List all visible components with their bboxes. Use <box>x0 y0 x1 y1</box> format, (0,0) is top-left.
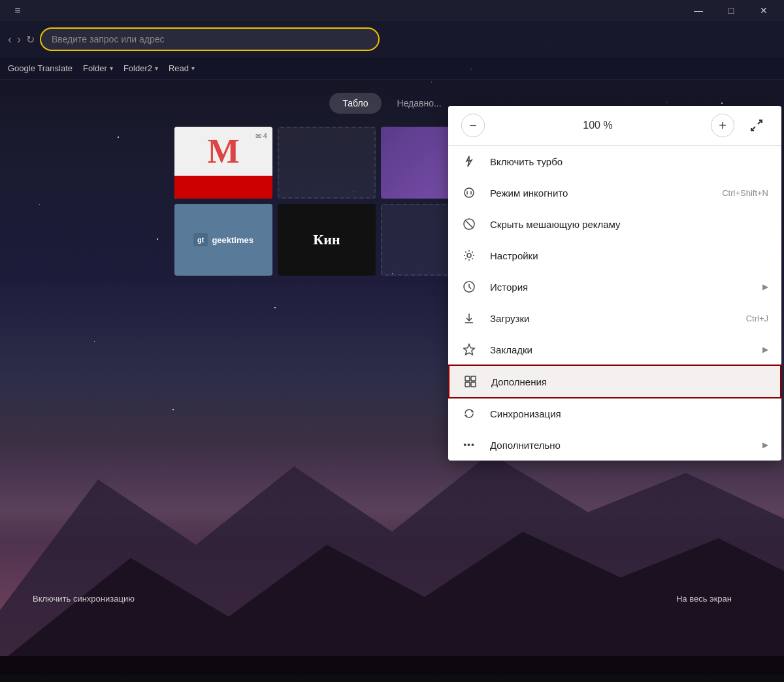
bookmark-google-translate[interactable]: Google Translate <box>8 63 73 73</box>
tab-recently[interactable]: Недавно... <box>384 93 455 114</box>
svg-rect-14 <box>465 382 470 387</box>
forward-button[interactable]: › <box>17 33 21 46</box>
bookmark-folder[interactable]: Folder ▾ <box>83 63 113 73</box>
chevron-down-icon: ▾ <box>191 65 195 72</box>
menu-item-downloads[interactable]: Загрузки Ctrl+J <box>448 302 781 334</box>
menu-shortcut-incognito: Ctrl+Shift+N <box>722 188 768 198</box>
menu-label-downloads: Загрузки <box>490 313 733 324</box>
dial-item-geektimes[interactable]: gt geektimes <box>174 204 272 276</box>
refresh-button[interactable]: ↻ <box>26 33 35 46</box>
fullscreen-icon-button[interactable] <box>745 114 768 137</box>
svg-rect-12 <box>465 376 470 381</box>
menu-item-extensions[interactable]: Дополнения <box>448 365 781 398</box>
zoom-value: 100 % <box>495 120 700 131</box>
dial-item-gmail[interactable]: M ✉ 4 <box>174 127 272 199</box>
zoom-out-button[interactable]: − <box>461 114 485 137</box>
address-bar[interactable]: Введите запрос или адрес <box>40 27 380 51</box>
menu-item-sync[interactable]: Синхронизация <box>448 398 781 429</box>
svg-rect-13 <box>471 376 476 381</box>
dial-item-empty-1[interactable] <box>278 127 376 199</box>
tab-tablo[interactable]: Табло <box>329 93 381 114</box>
menu-item-more[interactable]: ••• Дополнительно ▶ <box>448 429 781 461</box>
bookmark-label: Google Translate <box>8 63 73 73</box>
menu-label-adblock: Скрыть мешающую рекламу <box>490 219 768 230</box>
geektimes-icon: gt <box>193 233 208 246</box>
menu-label-bookmarks: Закладки <box>490 344 749 355</box>
more-icon: ••• <box>461 437 477 453</box>
sync-button[interactable]: Включить синхронизацию <box>33 594 135 604</box>
fullscreen-label: На весь экран <box>676 594 732 604</box>
more-arrow-icon: ▶ <box>762 440 768 449</box>
tab-buttons: Табло Недавно... <box>329 93 454 114</box>
history-arrow-icon: ▶ <box>762 282 768 291</box>
title-bar: ≡ — □ ✕ <box>0 0 784 21</box>
chevron-down-icon: ▾ <box>155 65 158 72</box>
sync-icon <box>461 406 477 421</box>
adblock-icon <box>461 216 477 232</box>
incognito-icon <box>461 185 477 201</box>
zoom-in-button[interactable]: + <box>711 114 734 137</box>
bookmarks-icon <box>461 342 477 357</box>
history-icon <box>461 279 477 295</box>
fullscreen-button[interactable]: На весь экран <box>676 594 732 604</box>
bookmark-label: Folder2 <box>123 63 152 73</box>
gmail-logo: M <box>207 132 239 170</box>
svg-point-8 <box>467 253 471 257</box>
menu-label-history: История <box>490 282 749 293</box>
bookmarks-bar: Google Translate Folder ▾ Folder2 ▾ Read… <box>0 57 784 80</box>
content-area: Табло Недавно... M ✉ 4 <box>0 80 784 682</box>
geektimes-label: geektimes <box>212 235 253 245</box>
bookmarks-arrow-icon: ▶ <box>762 345 768 354</box>
bookmark-read[interactable]: Read ▾ <box>169 63 195 73</box>
speed-dial: M ✉ 4 gt geektimes Кин <box>174 127 479 276</box>
menu-item-bookmarks[interactable]: Закладки ▶ <box>448 334 781 365</box>
menu-item-adblock[interactable]: Скрыть мешающую рекламу <box>448 208 781 240</box>
hamburger-menu-icon[interactable]: ≡ <box>3 0 33 21</box>
zoom-row: − 100 % + <box>448 106 781 146</box>
gmail-badge: ✉ 4 <box>255 132 267 140</box>
menu-label-sync: Синхронизация <box>490 408 768 419</box>
menu-item-history[interactable]: История ▶ <box>448 271 781 302</box>
chevron-down-icon: ▾ <box>110 65 113 72</box>
menu-shortcut-downloads: Ctrl+J <box>746 314 768 323</box>
address-placeholder: Введите запрос или адрес <box>52 34 165 44</box>
menu-label-turbo: Включить турбо <box>490 156 768 167</box>
menu-item-settings[interactable]: Настройки <box>448 240 781 271</box>
maximize-button[interactable]: □ <box>716 0 746 21</box>
menu-label-incognito: Режим инкогнито <box>490 187 709 199</box>
extensions-icon <box>463 374 478 389</box>
bookmark-label: Read <box>169 63 189 73</box>
svg-marker-11 <box>464 344 474 355</box>
bookmark-label: Folder <box>83 63 107 73</box>
close-button[interactable]: ✕ <box>749 0 779 21</box>
menu-item-turbo[interactable]: Включить турбо <box>448 146 781 177</box>
svg-rect-15 <box>471 382 476 387</box>
menu-label-more: Дополнительно <box>490 440 749 451</box>
turbo-icon <box>461 154 477 169</box>
settings-icon <box>461 248 477 263</box>
downloads-icon <box>461 310 477 326</box>
back-button[interactable]: ‹ <box>8 33 12 46</box>
gmail-bottom-stripe <box>174 176 272 199</box>
menu-item-incognito[interactable]: Режим инкогнито Ctrl+Shift+N <box>448 177 781 208</box>
menu-label-settings: Настройки <box>490 250 768 261</box>
dial-item-kino[interactable]: Кин <box>278 204 376 276</box>
minimize-button[interactable]: — <box>683 0 713 21</box>
dropdown-menu: − 100 % + <box>448 106 781 461</box>
toolbar: ‹ › ↻ Введите запрос или адрес <box>0 21 784 57</box>
kino-label: Кин <box>313 231 340 248</box>
window-frame: ≡ — □ ✕ ‹ › ↻ Введите запрос или адрес G… <box>0 0 784 682</box>
bookmark-folder2[interactable]: Folder2 ▾ <box>123 63 158 73</box>
menu-label-extensions: Дополнения <box>491 376 767 387</box>
